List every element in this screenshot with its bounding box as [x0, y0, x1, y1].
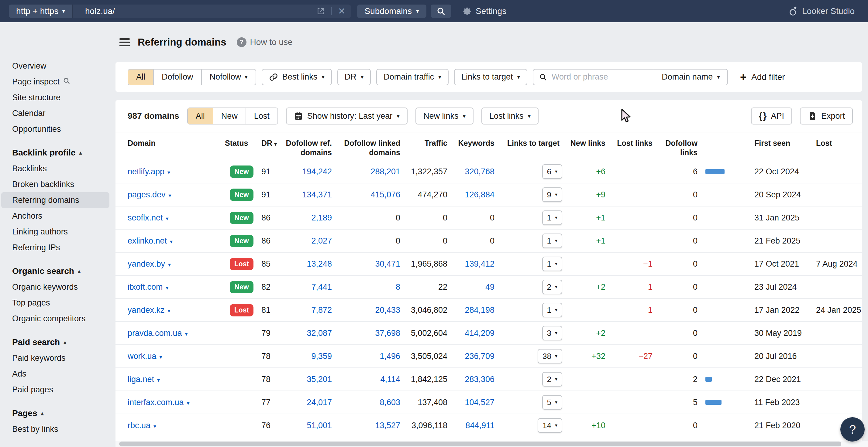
- best-links-filter[interactable]: Best links ▾: [262, 69, 332, 85]
- sidebar-item-page-inspect[interactable]: Page inspect: [0, 74, 116, 90]
- domain-traffic-filter[interactable]: Domain traffic ▾: [376, 69, 448, 85]
- sidebar-item-site-structure[interactable]: Site structure: [0, 90, 116, 105]
- dofollow-linked-value[interactable]: 20,433: [375, 306, 400, 315]
- dofollow-ref-link[interactable]: 194,242: [302, 167, 332, 176]
- domain-link[interactable]: yandex.kz: [128, 306, 165, 315]
- column-header-traffic[interactable]: Traffic: [403, 138, 450, 148]
- target-url-input[interactable]: [85, 6, 310, 16]
- sidebar-section-pages[interactable]: Pages▴: [0, 405, 116, 421]
- sidebar-item-anchors[interactable]: Anchors: [0, 208, 116, 224]
- dofollow-ref-link[interactable]: 2,189: [311, 213, 332, 222]
- dofollow-linked-value[interactable]: 37,698: [375, 329, 400, 338]
- keywords-value[interactable]: 320,768: [465, 167, 494, 176]
- sidebar-section-outgoing-links[interactable]: Outgoing links▴: [0, 445, 116, 447]
- chevron-down-icon[interactable]: ▾: [185, 331, 188, 337]
- tab-follow-all[interactable]: All: [128, 70, 153, 85]
- dofollow-ref-link[interactable]: 13,248: [307, 259, 332, 269]
- sidebar-section-backlink-profile[interactable]: Backlink profile▴: [0, 145, 116, 161]
- sidebar-item-overview[interactable]: Overview: [0, 58, 116, 74]
- open-external-icon[interactable]: [316, 7, 325, 16]
- tab-view-new[interactable]: New: [213, 108, 246, 124]
- dofollow-linked-value[interactable]: 8: [396, 282, 400, 291]
- protocol-dropdown[interactable]: http + https ▾: [9, 5, 73, 18]
- tab-view-lost[interactable]: Lost: [246, 108, 277, 124]
- keywords-value[interactable]: 49: [485, 282, 494, 291]
- api-button[interactable]: { } API: [751, 107, 792, 125]
- dofollow-ref-link[interactable]: 7,441: [311, 282, 332, 291]
- keywords-value[interactable]: 844,911: [465, 421, 494, 430]
- chevron-down-icon[interactable]: ▾: [168, 308, 170, 314]
- links-to-target-select[interactable]: 9▾: [542, 187, 563, 202]
- chevron-down-icon[interactable]: ▾: [153, 423, 156, 429]
- links-to-target-select[interactable]: 3▾: [542, 326, 563, 340]
- dofollow-linked-value[interactable]: 4,114: [380, 375, 400, 384]
- domain-link[interactable]: itxoft.com: [128, 282, 163, 291]
- sidebar-item-calendar[interactable]: Calendar: [0, 105, 116, 121]
- keywords-value[interactable]: 126,884: [465, 190, 494, 199]
- sidebar-item-paid-keywords[interactable]: Paid keywords: [0, 350, 116, 366]
- column-header-dofollow-links[interactable]: Dofollow links: [655, 138, 739, 158]
- sidebar-item-linking-authors[interactable]: Linking authors: [0, 224, 116, 240]
- domain-link[interactable]: pages.dev: [128, 190, 166, 199]
- chevron-down-icon[interactable]: ▾: [168, 262, 171, 268]
- dofollow-ref-link[interactable]: 7,872: [311, 306, 332, 315]
- dofollow-ref-link[interactable]: 32,087: [307, 329, 332, 338]
- sidebar-item-referring-ips[interactable]: Referring IPs: [0, 240, 116, 255]
- chevron-down-icon[interactable]: ▾: [166, 285, 169, 291]
- dofollow-ref-link[interactable]: 24,017: [307, 398, 332, 407]
- keywords-value[interactable]: 283,306: [465, 375, 494, 384]
- column-header-domain[interactable]: Domain: [128, 138, 225, 148]
- links-to-target-filter[interactable]: Links to target ▾: [454, 69, 527, 85]
- sidebar-item-ads[interactable]: Ads: [0, 366, 116, 382]
- chevron-down-icon[interactable]: ▾: [160, 354, 162, 360]
- column-header-dofollow-linked-domains[interactable]: Dofollow linked domains: [334, 138, 403, 158]
- links-to-target-select[interactable]: 38▾: [538, 349, 562, 364]
- dofollow-linked-value[interactable]: 30,471: [375, 259, 400, 269]
- domain-link[interactable]: seoflx.net: [128, 213, 163, 222]
- dofollow-ref-link[interactable]: 51,001: [307, 421, 332, 430]
- domain-link[interactable]: netlify.app: [128, 167, 164, 176]
- export-button[interactable]: Export: [800, 107, 853, 125]
- domain-link[interactable]: liga.net: [128, 375, 154, 384]
- domain-link[interactable]: exlinko.net: [128, 236, 167, 245]
- chevron-down-icon[interactable]: ▾: [157, 377, 160, 383]
- how-to-use-link[interactable]: ? How to use: [237, 37, 293, 47]
- column-header-lost-links[interactable]: Lost links: [608, 138, 655, 148]
- column-header-keywords[interactable]: Keywords: [450, 138, 497, 148]
- links-to-target-select[interactable]: 1▾: [542, 234, 563, 248]
- links-to-target-select[interactable]: 1▾: [542, 303, 563, 317]
- chevron-down-icon[interactable]: ▾: [166, 216, 169, 222]
- links-to-target-select[interactable]: 2▾: [542, 372, 563, 386]
- links-to-target-select[interactable]: 2▾: [542, 280, 563, 294]
- tab-view-all[interactable]: All: [188, 108, 213, 124]
- horizontal-scrollbar-thumb[interactable]: [119, 442, 841, 446]
- dofollow-linked-value[interactable]: 8,603: [380, 398, 400, 407]
- sidebar-item-broken-backlinks[interactable]: Broken backlinks: [0, 176, 116, 192]
- domain-link[interactable]: rbc.ua: [128, 421, 150, 430]
- sidebar-item-referring-domains[interactable]: Referring domains: [1, 192, 110, 208]
- search-button[interactable]: [431, 5, 451, 18]
- sidebar-section-paid-search[interactable]: Paid search▴: [0, 334, 116, 350]
- keywords-value[interactable]: 414,209: [465, 329, 494, 338]
- dofollow-linked-value[interactable]: 13,527: [375, 421, 400, 430]
- sidebar-item-backlinks[interactable]: Backlinks: [0, 161, 116, 176]
- settings-button[interactable]: Settings: [462, 6, 506, 16]
- column-header-new-links[interactable]: New links: [562, 138, 608, 148]
- new-links-dropdown[interactable]: New links ▾: [415, 107, 473, 125]
- chevron-down-icon[interactable]: ▾: [187, 400, 190, 406]
- sidebar-item-opportunities[interactable]: Opportunities: [0, 121, 116, 137]
- domain-link[interactable]: interfax.com.ua: [128, 398, 184, 407]
- domain-link[interactable]: yandex.by: [128, 259, 165, 269]
- chevron-down-icon[interactable]: ▾: [170, 239, 173, 245]
- keywords-value[interactable]: 284,198: [465, 306, 494, 315]
- menu-toggle-icon[interactable]: [119, 38, 130, 46]
- looker-studio-button[interactable]: Looker Studio: [789, 0, 855, 22]
- column-header-first-seen[interactable]: First seen: [739, 138, 816, 148]
- clear-icon[interactable]: ✕: [338, 7, 346, 16]
- scope-dropdown[interactable]: Subdomains ▾: [357, 5, 426, 18]
- sidebar-item-best-by-links[interactable]: Best by links: [0, 421, 116, 437]
- tab-follow-dofollow[interactable]: Dofollow: [153, 70, 201, 85]
- keywords-value[interactable]: 139,412: [465, 259, 494, 269]
- word-or-phrase-input[interactable]: [552, 72, 643, 82]
- column-header-lost[interactable]: Lost: [816, 138, 853, 148]
